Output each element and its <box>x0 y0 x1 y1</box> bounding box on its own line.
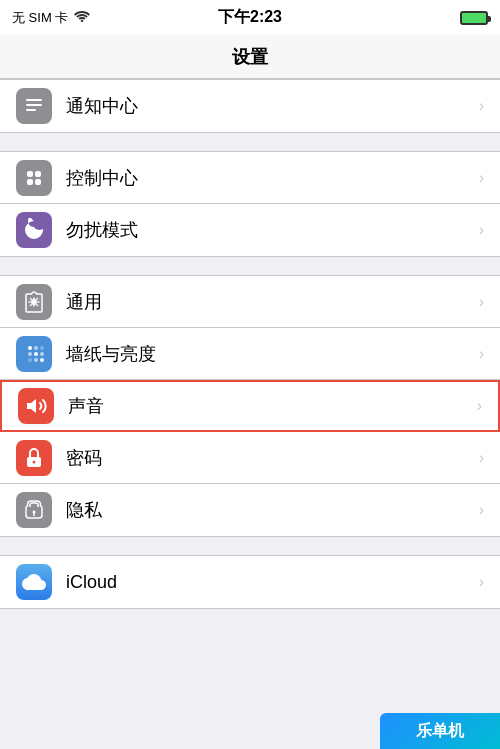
svg-rect-3 <box>26 109 36 111</box>
status-bar: 无 SIM 卡 下午2:23 <box>0 0 500 35</box>
chevron-icon: › <box>479 221 484 239</box>
chevron-icon: › <box>479 501 484 519</box>
settings-item-general[interactable]: 通用 › <box>0 276 500 328</box>
passcode-label: 密码 <box>66 446 471 470</box>
svg-point-12 <box>28 352 32 356</box>
section-spacer-1 <box>0 133 500 151</box>
svg-point-13 <box>34 352 38 356</box>
carrier-text: 无 SIM 卡 <box>12 9 68 27</box>
brand-text: 乐单机 <box>416 721 464 742</box>
svg-rect-7 <box>35 179 41 185</box>
chevron-icon: › <box>479 169 484 187</box>
section-spacer-3 <box>0 537 500 555</box>
chevron-icon: › <box>479 97 484 115</box>
section-0: 通知中心 › <box>0 79 500 133</box>
svg-point-9 <box>28 346 32 350</box>
svg-point-8 <box>31 299 37 305</box>
wallpaper-label: 墙纸与亮度 <box>66 342 471 366</box>
svg-point-11 <box>40 346 44 350</box>
svg-rect-2 <box>26 104 42 106</box>
svg-rect-1 <box>26 99 42 101</box>
icloud-label: iCloud <box>66 572 471 593</box>
svg-point-10 <box>34 346 38 350</box>
control-center-label: 控制中心 <box>66 166 471 190</box>
chevron-icon: › <box>479 573 484 591</box>
settings-item-do-not-disturb[interactable]: 勿扰模式 › <box>0 204 500 256</box>
svg-point-16 <box>34 358 38 362</box>
chevron-icon: › <box>479 449 484 467</box>
general-icon <box>16 284 52 320</box>
settings-item-sound[interactable]: 声音 › <box>0 380 500 432</box>
do-not-disturb-icon <box>16 212 52 248</box>
settings-item-wallpaper[interactable]: 墙纸与亮度 › <box>0 328 500 380</box>
svg-point-14 <box>40 352 44 356</box>
svg-point-0 <box>81 20 83 22</box>
status-bar-right <box>460 11 488 25</box>
section-spacer-2 <box>0 257 500 275</box>
sound-icon <box>18 388 54 424</box>
privacy-label: 隐私 <box>66 498 471 522</box>
section-2: 通用 › 墙纸与亮度 › <box>0 275 500 537</box>
svg-point-15 <box>28 358 32 362</box>
chevron-icon: › <box>479 345 484 363</box>
settings-item-notification[interactable]: 通知中心 › <box>0 80 500 132</box>
settings-item-icloud[interactable]: iCloud › <box>0 556 500 608</box>
svg-rect-4 <box>27 171 33 177</box>
sound-label: 声音 <box>68 394 469 418</box>
status-bar-time: 下午2:23 <box>218 7 282 28</box>
section-3: iCloud › <box>0 555 500 609</box>
notification-center-icon <box>16 88 52 124</box>
settings-item-privacy[interactable]: 隐私 › <box>0 484 500 536</box>
settings-item-passcode[interactable]: 密码 › <box>0 432 500 484</box>
wifi-icon <box>74 10 90 25</box>
svg-point-20 <box>33 460 36 463</box>
icloud-icon <box>16 564 52 600</box>
chevron-icon: › <box>477 397 482 415</box>
svg-rect-5 <box>35 171 41 177</box>
svg-marker-18 <box>27 399 36 413</box>
settings-item-control-center[interactable]: 控制中心 › <box>0 152 500 204</box>
nav-title: 设置 <box>232 45 268 69</box>
nav-bar: 设置 <box>0 35 500 79</box>
do-not-disturb-label: 勿扰模式 <box>66 218 471 242</box>
chevron-icon: › <box>479 293 484 311</box>
privacy-icon <box>16 492 52 528</box>
section-1: 控制中心 › 勿扰模式 › <box>0 151 500 257</box>
svg-point-17 <box>40 358 44 362</box>
control-center-icon <box>16 160 52 196</box>
passcode-icon <box>16 440 52 476</box>
notification-center-label: 通知中心 <box>66 94 471 118</box>
general-label: 通用 <box>66 290 471 314</box>
wallpaper-icon <box>16 336 52 372</box>
bottom-brand: 乐单机 <box>380 713 500 749</box>
status-bar-left: 无 SIM 卡 <box>12 9 90 27</box>
svg-rect-6 <box>27 179 33 185</box>
battery-icon <box>460 11 488 25</box>
